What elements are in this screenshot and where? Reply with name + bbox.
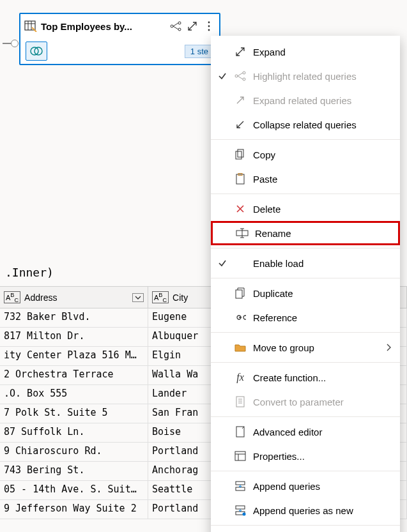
menu-item-label: Move to group <box>253 342 380 353</box>
menu-item-duplicate[interactable]: Duplicate <box>211 281 400 305</box>
query-header: Top Employees by... <box>20 14 219 38</box>
svg-point-10 <box>208 26 210 27</box>
query-body: 1 ste <box>20 38 219 64</box>
menu-item-move-to-group[interactable]: Move to group <box>211 335 400 360</box>
menu-item-label: Properties... <box>253 451 391 462</box>
svg-line-7 <box>173 23 178 26</box>
svg-rect-34 <box>236 482 245 485</box>
svg-point-38 <box>243 513 246 516</box>
menu-item-label: Expand <box>253 47 391 57</box>
expand-arrows-icon <box>234 47 247 57</box>
cell-address: 743 Bering St. <box>0 462 148 480</box>
menu-item-label: Delete <box>253 204 391 215</box>
menu-item-expand-related-queries: Expand related queries <box>211 88 400 112</box>
menu-item-copy[interactable]: Copy <box>211 142 400 167</box>
cell-address: 9 Jefferson Way Suite 2 <box>0 500 148 519</box>
menu-item-enable-load[interactable]: Enable load <box>211 251 400 275</box>
menu-item-properties[interactable]: Properties... <box>211 444 400 468</box>
filter-dropdown-icon[interactable] <box>132 293 144 302</box>
svg-rect-20 <box>236 151 242 159</box>
parameter-icon <box>234 396 247 407</box>
formula-bar-snippet: .Inner) <box>0 263 59 282</box>
menu-separator <box>211 525 400 526</box>
append-new-icon <box>234 505 247 516</box>
menu-item-convert-to-parameter: Convert to parameter <box>211 390 400 414</box>
svg-point-14 <box>235 75 238 77</box>
svg-line-17 <box>238 73 243 76</box>
menu-item-label: Append queries <box>253 481 391 492</box>
properties-icon <box>234 451 247 461</box>
svg-line-8 <box>173 26 178 29</box>
query-node[interactable]: Top Employees by... 1 ste <box>19 13 220 65</box>
reference-icon <box>234 313 247 322</box>
svg-rect-25 <box>236 290 242 298</box>
svg-rect-26 <box>236 397 244 407</box>
column-header-address[interactable]: ABC Address <box>0 287 148 308</box>
cell-address: .O. Box 555 <box>0 385 148 404</box>
related-icon <box>234 70 247 82</box>
fx-icon: fx <box>234 372 247 383</box>
menu-item-label: Highlight related queries <box>253 71 391 82</box>
context-menu: ExpandHighlight related queriesExpand re… <box>211 36 400 532</box>
menu-item-create-function[interactable]: fxCreate function... <box>211 365 400 390</box>
collapse-diag-icon <box>234 119 247 130</box>
append-icon <box>234 480 247 492</box>
cell-address: 9 Chiaroscuro Rd. <box>0 443 148 461</box>
cell-address: 732 Baker Blvd. <box>0 308 148 327</box>
menu-item-rename[interactable]: Rename <box>211 221 400 245</box>
svg-point-4 <box>171 25 173 27</box>
menu-item-advanced-editor[interactable]: Advanced editor <box>211 420 400 444</box>
menu-item-expand[interactable]: Expand <box>211 40 400 64</box>
copy-icon <box>234 149 247 160</box>
menu-item-reference[interactable]: Reference <box>211 305 400 330</box>
svg-rect-36 <box>236 506 245 509</box>
menu-separator <box>211 362 400 363</box>
expand-diag-icon <box>234 95 247 105</box>
menu-item-collapse-related-queries[interactable]: Collapse related queries <box>211 112 400 137</box>
menu-item-paste[interactable]: Paste <box>211 167 400 191</box>
menu-separator <box>211 471 400 471</box>
menu-item-label: Collapse related queries <box>253 119 391 130</box>
type-text-icon: ABC <box>4 291 20 304</box>
svg-line-18 <box>238 76 243 79</box>
check-icon <box>217 72 227 80</box>
menu-item-label: Advanced editor <box>253 427 391 437</box>
cell-address: 87 Suffolk Ln. <box>0 423 148 442</box>
svg-point-5 <box>178 22 181 24</box>
menu-item-merge-queries[interactable]: Merge queries <box>211 528 400 532</box>
menu-item-append-queries[interactable]: Append queries <box>211 474 400 498</box>
menu-item-label: Convert to parameter <box>253 397 391 407</box>
svg-rect-19 <box>238 149 243 157</box>
menu-item-append-queries-as-new[interactable]: Append queries as new <box>211 498 400 522</box>
menu-item-label: Expand related queries <box>253 95 391 106</box>
menu-item-label: Paste <box>253 174 391 185</box>
menu-item-highlight-related-queries: Highlight related queries <box>211 64 400 88</box>
cell-address: 7 Polk St. Suite 5 <box>0 404 148 423</box>
chevron-right-icon <box>386 344 391 351</box>
menu-separator <box>211 278 400 278</box>
svg-point-6 <box>178 28 181 31</box>
related-icon[interactable] <box>169 20 182 33</box>
svg-point-15 <box>243 72 245 74</box>
expand-icon[interactable] <box>186 20 199 33</box>
node-port[interactable] <box>11 40 19 47</box>
check-icon <box>217 259 227 268</box>
menu-separator <box>211 194 400 194</box>
folder-icon <box>234 343 247 352</box>
svg-rect-35 <box>236 487 245 490</box>
steps-count[interactable]: 1 ste <box>185 45 214 58</box>
menu-item-label: Enable load <box>253 258 391 269</box>
editor-icon <box>234 426 247 437</box>
merge-step-chip[interactable] <box>26 42 47 61</box>
paste-icon <box>234 173 247 185</box>
more-icon[interactable] <box>203 20 215 33</box>
menu-separator <box>211 416 400 417</box>
header-label: Address <box>24 293 57 303</box>
connector-line <box>3 43 12 44</box>
svg-point-11 <box>208 29 210 31</box>
duplicate-icon <box>234 287 247 299</box>
svg-rect-31 <box>235 452 245 460</box>
menu-item-delete[interactable]: Delete <box>211 197 400 221</box>
cell-address: 05 - 14th Ave. S. Suit… <box>0 481 148 499</box>
menu-item-label: Rename <box>255 228 389 239</box>
